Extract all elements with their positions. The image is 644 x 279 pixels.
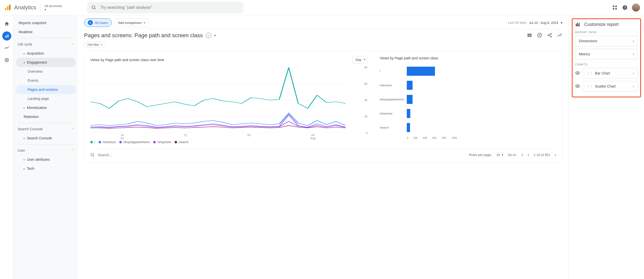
svg-rect-32 — [576, 24, 577, 26]
table-search-input[interactable] — [98, 153, 148, 157]
chevron-down-icon: ▾ — [24, 61, 25, 64]
sidebar-retention[interactable]: Retention — [16, 112, 76, 121]
divider — [18, 38, 74, 38]
sidebar-item-label: User attributes — [27, 157, 50, 162]
svg-point-30 — [91, 153, 94, 156]
granularity-select[interactable]: Day — [352, 56, 368, 63]
rail-explore-icon[interactable] — [2, 44, 11, 53]
svg-rect-17 — [529, 34, 530, 36]
sidebar-section-label: User — [18, 148, 25, 152]
chevron-down-icon[interactable]: ▾ — [214, 34, 216, 37]
chip-label: All Users — [95, 21, 108, 25]
customize-title: Customize report — [584, 22, 619, 27]
svg-rect-11 — [5, 36, 6, 37]
bar-chart-row: ⋮⋮Bar Chart› — [575, 68, 638, 78]
rows-per-page-value: 10 — [496, 153, 500, 157]
header-actions: ? — [612, 4, 640, 12]
sidebar-pages-and-screens[interactable]: Pages and screens — [16, 85, 76, 94]
bar-chart-option[interactable]: ⋮⋮Bar Chart› — [583, 68, 638, 78]
sidebar-search-console-section[interactable]: Search Console⌃ — [16, 125, 76, 134]
share-icon[interactable] — [547, 32, 552, 39]
rail-reports-icon[interactable] — [2, 31, 11, 41]
report-toolbar-icons — [527, 32, 562, 39]
svg-point-21 — [551, 33, 552, 34]
sidebar-section-label: Life cycle — [18, 42, 32, 46]
sidebar-user-section[interactable]: User⌃ — [16, 146, 76, 155]
cp-item-label: Dimensions — [579, 39, 597, 43]
sidebar-engagement[interactable]: ▾Engagement — [16, 58, 76, 67]
dimensions-button[interactable]: Dimensions› — [575, 36, 638, 46]
report-data-section-label: REPORT DATA — [575, 31, 638, 34]
svg-rect-1 — [7, 6, 9, 10]
visibility-eye-icon[interactable] — [575, 84, 580, 89]
date-range-picker[interactable]: Last 28 days Jul 10 - Aug 6, 2024 ▾ — [508, 21, 562, 25]
logo-group: Analytics — [4, 4, 36, 11]
cp-item-label: Scatter Chart — [595, 84, 616, 88]
verified-check-icon[interactable]: ✓ — [206, 33, 211, 38]
search-input[interactable] — [100, 5, 239, 10]
insights-circle-icon[interactable] — [537, 32, 542, 39]
svg-rect-0 — [5, 8, 7, 10]
cp-item-label: Bar Chart — [595, 71, 610, 75]
sidebar-landing-page[interactable]: Landing page — [16, 94, 76, 103]
rows-per-page-select[interactable]: 10▾ — [496, 153, 503, 157]
chevron-right-icon: › — [633, 39, 634, 43]
add-filter-chip[interactable]: Add filter+ — [84, 42, 106, 48]
rail-home-icon[interactable] — [2, 19, 11, 28]
rows-per-page-label: Rows per page: — [469, 153, 492, 157]
svg-rect-34 — [579, 25, 580, 26]
main-layout: Reports snapshot Realtime Life cycle⌃ ▸A… — [0, 15, 644, 279]
help-icon[interactable]: ? — [622, 5, 628, 11]
svg-text:?: ? — [624, 6, 626, 10]
pager-next-icon[interactable]: › — [555, 152, 556, 157]
search-box[interactable] — [87, 2, 243, 13]
line-chart: 02K4K6K8K 14Jul212804Aug — [90, 67, 368, 138]
scatter-chart-option[interactable]: ⋮⋮Scatter Chart› — [583, 81, 638, 92]
sidebar-item-label: Tech — [27, 167, 34, 171]
chevron-down-icon: ▾ — [502, 153, 503, 157]
drag-handle-icon: ⋮⋮ — [586, 71, 592, 75]
svg-rect-6 — [615, 6, 617, 7]
line-chart-column: Views by Page path and screen class over… — [90, 56, 368, 144]
customize-report-panel: Customize report REPORT DATA Dimensions›… — [569, 15, 644, 279]
sidebar-overview[interactable]: Overview — [16, 67, 76, 76]
sidebar-user-attributes[interactable]: ▸User attributes — [16, 155, 76, 164]
sidebar-events[interactable]: Events — [16, 76, 76, 85]
apps-icon[interactable] — [612, 5, 618, 11]
nav-rail — [0, 15, 14, 279]
all-users-chip[interactable]: AAll Users — [84, 18, 112, 27]
sidebar-life-cycle[interactable]: Life cycle⌃ — [16, 40, 76, 49]
date-range-value: Jul 10 - Aug 6, 2024 — [529, 21, 558, 25]
line-chart-legend: //checkout/shop/apparel/mens/shop/new/se… — [90, 140, 368, 144]
account-picker[interactable]: All accounts ▾ — [40, 4, 62, 11]
sidebar-acquisition[interactable]: ▸Acquisition — [16, 49, 76, 58]
sidebar-reports-snapshot[interactable]: Reports snapshot — [16, 18, 76, 27]
bar-chart-title: Views by Page path and screen class — [380, 56, 438, 60]
page-title: Pages and screens: Page path and screen … — [84, 32, 203, 39]
sidebar-realtime[interactable]: Realtime — [16, 27, 76, 36]
divider — [18, 144, 74, 144]
sidebar-monetization[interactable]: ▸Monetization — [16, 103, 76, 112]
svg-rect-13 — [8, 34, 8, 38]
add-comparison-chip[interactable]: Add comparison+ — [114, 18, 149, 27]
drag-handle-icon: ⋮⋮ — [586, 84, 592, 88]
chevron-up-icon: ⌃ — [72, 128, 74, 131]
compare-icon[interactable] — [527, 32, 532, 39]
metrics-button[interactable]: Metrics› — [575, 49, 638, 59]
chevron-up-icon: ⌃ — [72, 43, 74, 46]
svg-point-22 — [551, 36, 552, 37]
svg-rect-18 — [531, 34, 532, 36]
report-card: Views by Page path and screen class over… — [84, 51, 562, 163]
user-avatar[interactable] — [632, 4, 640, 12]
visibility-eye-icon[interactable] — [575, 70, 580, 76]
rail-advertising-icon[interactable] — [2, 56, 11, 65]
insights-spark-icon[interactable] — [557, 32, 562, 39]
chip-label: Add comparison — [118, 21, 142, 25]
pager-prev-icon[interactable]: ‹ — [528, 152, 529, 157]
sidebar-section-label: Search Console — [18, 127, 43, 131]
sidebar-tech[interactable]: ▸Tech — [16, 164, 76, 173]
sidebar-search-console[interactable]: ▸Search Console — [16, 134, 76, 143]
bar-chart-header: Views by Page path and screen class — [380, 56, 556, 60]
table-pager: Rows per page: 10▾ Go to: 1 ‹ 1-10 of 95… — [469, 152, 556, 157]
chevron-right-icon: ▸ — [24, 158, 25, 161]
